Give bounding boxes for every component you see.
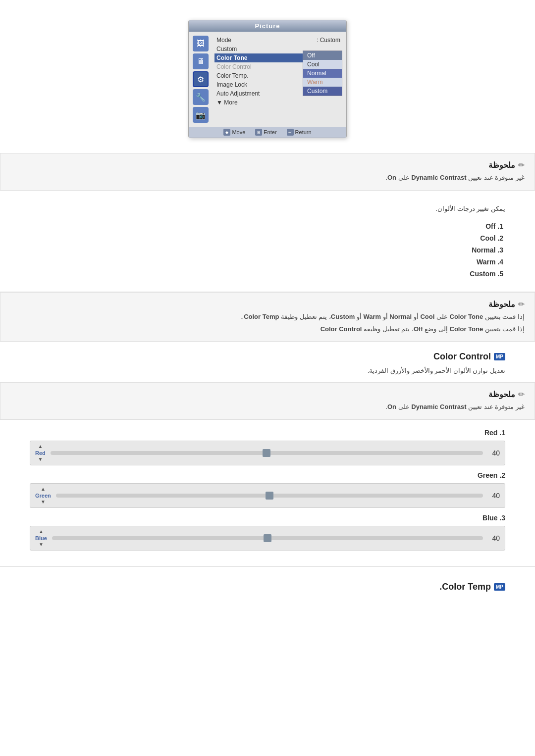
- color-tone-intro: يمكن تغيير درجات الألوان.: [30, 202, 505, 215]
- color-temp-section: .Color Temp MP: [0, 566, 535, 597]
- blue-slider-track[interactable]: [52, 536, 483, 540]
- list-item-custom: 5. Custom: [30, 268, 505, 280]
- note-header-2: ملحوظة ✏: [10, 300, 525, 309]
- mode-value: : Custom: [317, 37, 340, 44]
- dd-warm[interactable]: Warm: [303, 78, 342, 87]
- blue-up-arrow[interactable]: ▲: [39, 529, 44, 534]
- note-icon-2: ✏: [518, 300, 525, 309]
- gear2-icon: 🔧: [196, 93, 206, 102]
- mp-badge-color-control: MP: [494, 353, 505, 360]
- colortemp-label: Color Temp.: [216, 72, 248, 79]
- bottom-btn-enter: ⊞ Enter: [255, 129, 276, 136]
- green-slider-thumb: [266, 492, 273, 500]
- red-slider-thumb: [263, 449, 270, 457]
- sliders-section: 1. Red ▲ Red ▼ 40 2. Green ▲ Green ▼ 40 …: [0, 420, 535, 566]
- menu-icon-display: 🖥: [193, 53, 209, 69]
- dd-custom[interactable]: Custom: [303, 87, 342, 96]
- dd-cool[interactable]: Cool: [303, 60, 342, 69]
- normal-label: Normal: [472, 246, 495, 254]
- note-title-1: ملحوظة: [488, 160, 515, 170]
- menu-bottom-bar: ◆ Move ⊞ Enter ↩ Return: [189, 127, 346, 138]
- blue-arrow-label: Blue: [35, 535, 47, 541]
- note-text-3: غير متوفرة عند تعيين Dynamic Contrast عل…: [10, 402, 525, 412]
- green-label: Green: [478, 471, 497, 479]
- note-title-3: ملحوظة: [488, 390, 515, 399]
- blue-slider-value: 40: [488, 534, 500, 542]
- green-down-arrow[interactable]: ▼: [41, 500, 46, 504]
- enter-label: Enter: [264, 129, 276, 135]
- menu-title-bar: Picture: [189, 20, 346, 32]
- settings-icon: ⚙: [197, 75, 204, 84]
- note-header-3: ملحوظة ✏: [10, 390, 525, 399]
- green-arrow-label: Green: [35, 493, 51, 499]
- cool-label: Cool: [480, 234, 495, 242]
- enter-icon: ⊞: [255, 129, 262, 136]
- red-slider-control[interactable]: ▲ Red ▼ 40: [30, 441, 505, 465]
- note-text-1: غير متوفرة عند تعيين Dynamic Contrast عل…: [10, 173, 525, 183]
- info-icon: 📷: [196, 110, 206, 120]
- red-down-arrow[interactable]: ▼: [38, 457, 43, 462]
- green-up-arrow[interactable]: ▲: [41, 487, 46, 492]
- red-up-arrow[interactable]: ▲: [38, 444, 43, 449]
- color-tone-list: 1. Off 2. Cool 3. Normal 4. Warm 5. Cust…: [30, 220, 505, 280]
- red-arrow-label: Red: [35, 450, 46, 456]
- blue-down-arrow[interactable]: ▼: [39, 542, 44, 547]
- display-icon: 🖥: [197, 57, 205, 66]
- color-control-desc: تعديل توازن الألوان الأحمر والأخضر والأز…: [0, 367, 535, 382]
- note-box-3: ملحوظة ✏ غير متوفرة عند تعيين Dynamic Co…: [0, 382, 535, 420]
- green-slider-value: 40: [488, 492, 500, 500]
- red-slider-value: 40: [488, 449, 500, 457]
- note-header-1: ملحوظة ✏: [10, 160, 525, 170]
- warm-label: Warm: [477, 258, 495, 266]
- picture-icon: 🖼: [197, 39, 205, 48]
- green-slider-track[interactable]: [56, 494, 483, 498]
- note-title-2: ملحوظة: [488, 300, 515, 309]
- list-item-warm: 4. Warm: [30, 256, 505, 268]
- menu-icons: 🖼 🖥 ⚙ 🔧 📷: [193, 36, 209, 123]
- note-box-1: ملحوظة ✏ غير متوفرة عند تعيين Dynamic Co…: [0, 153, 535, 191]
- red-number: 1.: [499, 429, 505, 437]
- note2-line1: إذا قمت بتعيين Color Tone على Cool أو No…: [10, 312, 525, 322]
- blue-label: Blue: [482, 514, 497, 522]
- green-arrows: ▲ Green ▼: [35, 487, 51, 504]
- mp-badge-color-temp: MP: [494, 583, 505, 591]
- red-slider-track[interactable]: [51, 451, 483, 455]
- note-icon-3: ✏: [518, 390, 525, 399]
- note-text-1-content: غير متوفرة عند تعيين Dynamic Contrast عل…: [385, 174, 525, 181]
- blue-label-row: 3. Blue: [30, 514, 505, 522]
- blue-slider-control[interactable]: ▲ Blue ▼ 40: [30, 526, 505, 551]
- colortone-dropdown: Off Cool Normal Warm Custom: [303, 50, 342, 96]
- menu-icon-picture: 🖼: [193, 36, 209, 51]
- custom-label: Custom: [216, 46, 237, 52]
- menu-rows-wrapper: Mode : Custom Custom Color Tone Color Co…: [214, 36, 342, 123]
- bottom-btn-move: ◆ Move: [223, 129, 245, 136]
- colortone-label: Color Tone: [216, 54, 247, 61]
- note-text-3-content: غير متوفرة عند تعيين Dynamic Contrast عل…: [385, 403, 525, 410]
- red-arrows: ▲ Red ▼: [35, 444, 46, 462]
- color-tone-section: يمكن تغيير درجات الألوان. 1. Off 2. Cool…: [0, 191, 535, 292]
- imagelock-label: Image Lock: [216, 81, 247, 88]
- off-label: Off: [485, 222, 495, 230]
- color-control-header: Color Control MP: [0, 342, 535, 367]
- dd-off[interactable]: Off: [303, 51, 342, 60]
- note-icon-1: ✏: [518, 160, 525, 170]
- menu-box: Picture 🖼 🖥 ⚙ 🔧 📷: [188, 20, 347, 138]
- dd-normal[interactable]: Normal: [303, 69, 342, 78]
- menu-icon-info: 📷: [193, 107, 209, 123]
- custom-label-item: Custom: [470, 270, 495, 278]
- return-icon: ↩: [287, 129, 294, 136]
- move-label: Move: [232, 129, 245, 135]
- menu-content: 🖼 🖥 ⚙ 🔧 📷 Mode: [189, 32, 346, 127]
- return-label: Return: [295, 129, 312, 135]
- color-temp-header: .Color Temp MP: [30, 577, 505, 592]
- note-box-2: ملحوظة ✏ إذا قمت بتعيين Color Tone على C…: [0, 292, 535, 342]
- move-icon: ◆: [223, 129, 230, 136]
- more-label: ▼ More: [216, 99, 238, 106]
- blue-slider-thumb: [264, 534, 271, 542]
- list-item-cool: 2. Cool: [30, 232, 505, 244]
- green-slider-control[interactable]: ▲ Green ▼ 40: [30, 483, 505, 508]
- menu-row-more[interactable]: ▼ More: [214, 98, 342, 107]
- menu-icon-settings: ⚙: [193, 71, 209, 87]
- list-item-normal: 3. Normal: [30, 244, 505, 256]
- autoadj-label: Auto Adjustment: [216, 90, 260, 97]
